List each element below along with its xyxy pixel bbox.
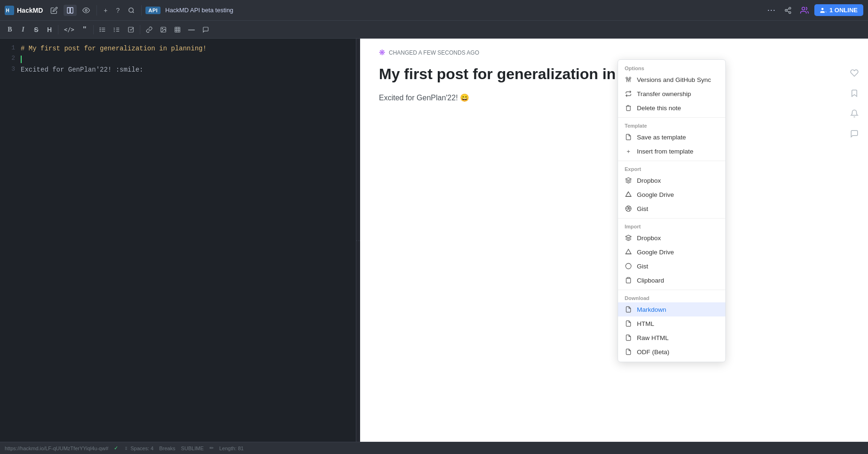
transfer-ownership-label: Transfer ownership [637,90,691,97]
odf-icon [625,348,632,356]
svg-line-6 [133,11,134,13]
editor-line-1: 1 # My first post for generalization in … [5,43,356,54]
options-section-label: Options [618,63,725,73]
edit-mode-button[interactable] [48,5,61,16]
versions-github-label: Versions and GitHub Sync [637,76,711,83]
download-odf-item[interactable]: ODF (Beta) [618,345,725,359]
template-section-label: Template [618,120,725,130]
notification-button[interactable] [848,107,860,121]
clipboard-icon [625,276,632,284]
save-as-template-item[interactable]: Save as template [618,130,725,144]
toolbar-sep-1 [58,25,58,34]
download-markdown-label: Markdown [637,306,666,313]
preview-panel: ❋ CHANGED A FEW SECONDS AGO My first pos… [360,39,868,442]
split-handle[interactable]: ⋮ [356,39,360,442]
delete-note-item[interactable]: Delete this note [618,101,725,115]
gist-import-icon [625,262,632,270]
divider-1 [96,5,97,16]
editor-content[interactable]: 1 # My first post for generalization in … [0,39,356,442]
google-drive-export-icon [625,191,632,198]
app-logo[interactable]: H HackMD [5,6,43,15]
online-users-button[interactable]: 1 ONLINE [814,4,863,16]
google-drive-import-icon [625,248,632,256]
svg-rect-2 [67,8,70,13]
transfer-icon [625,90,632,97]
image-button[interactable] [157,24,170,35]
status-spaces: Spaces: 4 [124,446,153,451]
sep-options-template [618,117,725,118]
share-button[interactable] [781,5,795,16]
svg-point-13 [821,8,824,10]
svg-line-11 [787,8,789,10]
export-dropbox-item[interactable]: Dropbox [618,173,725,187]
line-content-2 [21,54,356,64]
toolbar-sep-2 [93,25,94,34]
checkbox-button[interactable] [124,24,137,35]
svg-point-17 [100,27,100,28]
new-note-button[interactable]: + [101,5,110,16]
italic-button[interactable]: I [17,24,29,35]
preview-actions [848,67,860,141]
view-mode-button[interactable] [80,5,93,16]
export-gist-item[interactable]: Gist [618,202,725,216]
help-button[interactable]: ? [113,5,122,16]
status-check: ✓ [114,445,118,451]
import-section-label: Import [618,221,725,231]
versions-github-item[interactable]: Versions and GitHub Sync [618,73,725,87]
import-gist-item[interactable]: Gist [618,259,725,273]
import-google-drive-label: Google Drive [637,249,674,256]
app-name: HackMD [17,7,43,14]
bookmark-button[interactable] [848,87,860,101]
hackmd-icon: ❋ [379,48,385,57]
download-html-label: HTML [637,320,654,327]
raw-html-icon [625,334,632,341]
svg-rect-42 [627,277,630,278]
download-html-item[interactable]: HTML [618,316,725,331]
ordered-list-button[interactable]: 123 [110,24,123,35]
strikethrough-button[interactable]: S [30,24,42,35]
import-dropbox-label: Dropbox [637,235,661,242]
table-button[interactable] [171,24,184,35]
svg-point-28 [162,28,163,29]
team-button[interactable] [797,4,812,16]
inline-code-button[interactable]: </> [61,24,78,35]
status-length: Length: 81 [219,446,244,451]
hr-button[interactable]: — [185,24,198,35]
svg-point-34 [627,79,629,81]
html-icon [625,320,632,327]
comment-button[interactable] [199,24,212,35]
chat-button[interactable] [848,128,860,141]
line-num-1: 1 [5,43,15,54]
export-google-drive-item[interactable]: Google Drive [618,187,725,202]
unordered-list-button[interactable] [96,24,109,35]
download-section-label: Download [618,292,725,302]
status-bar: https://hackmd.io/LF-qUUMzTferYYiql4u-qw… [0,442,868,454]
heading-button[interactable]: H [43,24,56,35]
insert-from-template-item[interactable]: + Insert from template [618,144,725,158]
import-dropbox-item[interactable]: Dropbox [618,231,725,245]
link-button[interactable] [143,24,156,35]
blockquote-button[interactable]: " [79,24,91,36]
main-area: 1 # My first post for generalization in … [0,39,868,442]
preview-meta-text: CHANGED A FEW SECONDS AGO [389,49,479,56]
download-markdown-item[interactable]: Markdown [618,302,725,316]
split-mode-button[interactable] [64,5,77,16]
dropbox-import-icon [625,234,632,242]
editor-line-3: 3 Excited for GenPlan'22! :smile: [5,65,356,75]
svg-text:3: 3 [113,30,115,32]
delete-note-label: Delete this note [637,105,681,112]
editor-panel[interactable]: 1 # My first post for generalization in … [0,39,356,442]
line-num-3: 3 [5,65,15,75]
svg-point-7 [789,7,791,9]
bold-button[interactable]: B [4,24,16,35]
toolbar-sep-3 [140,25,140,34]
search-button[interactable] [125,5,137,16]
import-clipboard-item[interactable]: Clipboard [618,273,725,287]
more-options-button[interactable]: ··· [764,3,779,17]
editor-line-2: 2 [5,54,356,64]
import-google-drive-item[interactable]: Google Drive [618,245,725,259]
download-raw-html-item[interactable]: Raw HTML [618,331,725,345]
transfer-ownership-item[interactable]: Transfer ownership [618,87,725,101]
favorite-button[interactable] [848,67,860,81]
sep-export-import [618,218,725,219]
